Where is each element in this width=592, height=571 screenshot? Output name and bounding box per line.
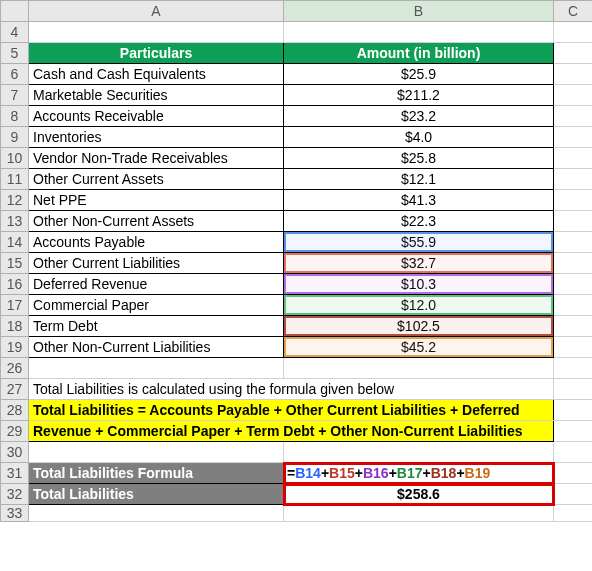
cell[interactable] <box>29 442 284 463</box>
header-particulars[interactable]: Particulars <box>29 43 284 64</box>
cell[interactable] <box>554 463 593 484</box>
cell[interactable] <box>284 358 554 379</box>
select-all-corner[interactable] <box>1 1 29 22</box>
spreadsheet-grid[interactable]: A B C 4 5 Particulars Amount (in billion… <box>0 0 592 522</box>
row-header[interactable]: 28 <box>1 400 29 421</box>
cell[interactable] <box>284 505 554 522</box>
row-header[interactable]: 7 <box>1 85 29 106</box>
cell-label[interactable]: Net PPE <box>29 190 284 211</box>
cell[interactable] <box>554 85 593 106</box>
row-header[interactable]: 6 <box>1 64 29 85</box>
cell[interactable] <box>554 358 593 379</box>
cell[interactable] <box>554 295 593 316</box>
row-header[interactable]: 10 <box>1 148 29 169</box>
cell[interactable] <box>554 274 593 295</box>
cell[interactable] <box>554 169 593 190</box>
note-text[interactable]: Total Liabilities is calculated using th… <box>29 379 554 400</box>
cell[interactable] <box>554 22 593 43</box>
cell-value[interactable]: $211.2 <box>284 85 554 106</box>
cell[interactable] <box>554 379 593 400</box>
cell[interactable] <box>284 22 554 43</box>
cell-value[interactable]: $32.7 <box>284 253 554 274</box>
cell-value[interactable]: $102.5 <box>284 316 554 337</box>
row-header[interactable]: 33 <box>1 505 29 522</box>
cell-value[interactable]: $55.9 <box>284 232 554 253</box>
cell-value[interactable]: $41.3 <box>284 190 554 211</box>
cell[interactable] <box>29 358 284 379</box>
cell[interactable] <box>554 400 593 421</box>
formula-text-line2[interactable]: Revenue + Commercial Paper + Term Debt +… <box>29 421 554 442</box>
cell-label[interactable]: Marketable Securities <box>29 85 284 106</box>
row-header[interactable]: 30 <box>1 442 29 463</box>
cell-value[interactable]: $12.1 <box>284 169 554 190</box>
row-header[interactable]: 27 <box>1 379 29 400</box>
cell-label[interactable]: Other Current Assets <box>29 169 284 190</box>
row-header[interactable]: 8 <box>1 106 29 127</box>
col-header-b[interactable]: B <box>284 1 554 22</box>
cell-value[interactable]: $10.3 <box>284 274 554 295</box>
row-header[interactable]: 14 <box>1 232 29 253</box>
row-header[interactable]: 18 <box>1 316 29 337</box>
row-header[interactable]: 5 <box>1 43 29 64</box>
cell-value[interactable]: $22.3 <box>284 211 554 232</box>
cell[interactable] <box>29 22 284 43</box>
cell[interactable] <box>29 505 284 522</box>
cell-label[interactable]: Accounts Receivable <box>29 106 284 127</box>
cell[interactable] <box>554 316 593 337</box>
total-value[interactable]: $258.6 <box>284 484 554 505</box>
cell-value[interactable]: $4.0 <box>284 127 554 148</box>
column-header-row: A B C <box>1 1 593 22</box>
cell-label[interactable]: Accounts Payable <box>29 232 284 253</box>
cell-value[interactable]: $25.8 <box>284 148 554 169</box>
row-header[interactable]: 29 <box>1 421 29 442</box>
cell-value[interactable]: $23.2 <box>284 106 554 127</box>
row-header[interactable]: 19 <box>1 337 29 358</box>
formula-text-line1[interactable]: Total Liabilities = Accounts Payable + O… <box>29 400 554 421</box>
cell[interactable] <box>554 421 593 442</box>
cell-label[interactable]: Term Debt <box>29 316 284 337</box>
cell[interactable] <box>554 253 593 274</box>
row-header[interactable]: 4 <box>1 22 29 43</box>
cell-value[interactable]: $45.2 <box>284 337 554 358</box>
row-header[interactable]: 9 <box>1 127 29 148</box>
col-header-a[interactable]: A <box>29 1 284 22</box>
cell-label[interactable]: Cash and Cash Equivalents <box>29 64 284 85</box>
cell-label[interactable]: Commercial Paper <box>29 295 284 316</box>
row-header[interactable]: 26 <box>1 358 29 379</box>
cell[interactable] <box>554 211 593 232</box>
cell-label[interactable]: Inventories <box>29 127 284 148</box>
row-header[interactable]: 17 <box>1 295 29 316</box>
cell[interactable] <box>554 337 593 358</box>
cell[interactable] <box>554 106 593 127</box>
formula-cell-editing[interactable]: =B14+B15+B16+B17+B18+B19 <box>284 463 554 484</box>
cell-label[interactable]: Other Current Liabilities <box>29 253 284 274</box>
formula-label[interactable]: Total Liabilities Formula <box>29 463 284 484</box>
cell-label[interactable]: Vendor Non-Trade Receivables <box>29 148 284 169</box>
row-header[interactable]: 16 <box>1 274 29 295</box>
row-header[interactable]: 13 <box>1 211 29 232</box>
cell[interactable] <box>284 442 554 463</box>
cell[interactable] <box>554 148 593 169</box>
cell-label[interactable]: Other Non-Current Liabilities <box>29 337 284 358</box>
row-header[interactable]: 12 <box>1 190 29 211</box>
cell-label[interactable]: Deferred Revenue <box>29 274 284 295</box>
cell[interactable] <box>554 64 593 85</box>
row-header[interactable]: 31 <box>1 463 29 484</box>
cell[interactable] <box>554 127 593 148</box>
cell-value[interactable]: $25.9 <box>284 64 554 85</box>
col-header-c[interactable]: C <box>554 1 593 22</box>
cell[interactable] <box>554 505 593 522</box>
cell-value[interactable]: $12.0 <box>284 295 554 316</box>
header-amount[interactable]: Amount (in billion) <box>284 43 554 64</box>
cell-label[interactable]: Other Non-Current Assets <box>29 211 284 232</box>
row-header[interactable]: 11 <box>1 169 29 190</box>
cell[interactable] <box>554 232 593 253</box>
row-header[interactable]: 15 <box>1 253 29 274</box>
cell[interactable] <box>554 442 593 463</box>
cell[interactable] <box>554 190 593 211</box>
cell[interactable] <box>554 43 593 64</box>
row-header[interactable]: 32 <box>1 484 29 505</box>
cell[interactable] <box>554 484 593 505</box>
total-label[interactable]: Total Liabilities <box>29 484 284 505</box>
